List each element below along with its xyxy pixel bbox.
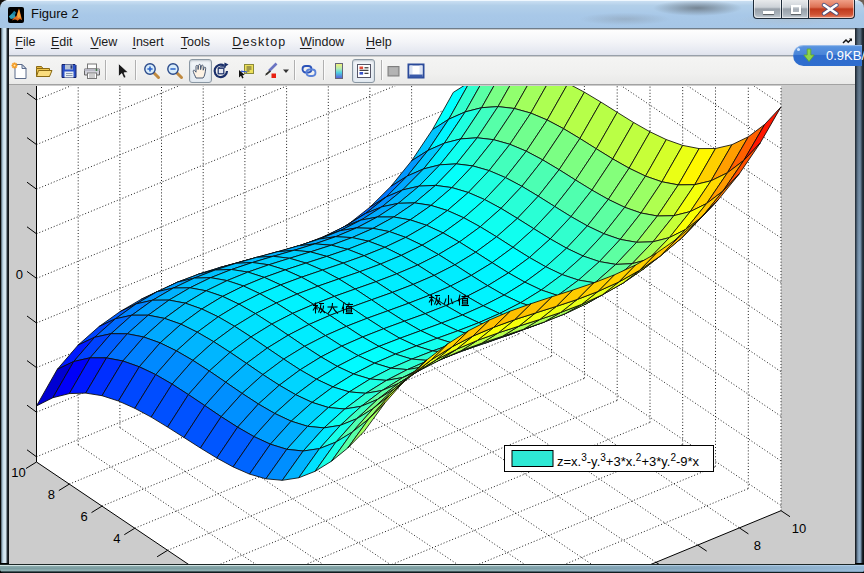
svg-text:10: 10 [792, 521, 806, 536]
svg-text:10: 10 [11, 465, 25, 480]
svg-text:z=x.3-y.3+3*x.2+3*y.2-9*x: z=x.3-y.3+3*x.2+3*y.2-9*x [557, 451, 700, 468]
svg-text:4: 4 [113, 531, 120, 546]
svg-text:6: 6 [80, 509, 87, 524]
svg-text:0: 0 [16, 266, 23, 281]
svg-text:8: 8 [754, 538, 761, 553]
svg-text:8: 8 [48, 487, 55, 502]
